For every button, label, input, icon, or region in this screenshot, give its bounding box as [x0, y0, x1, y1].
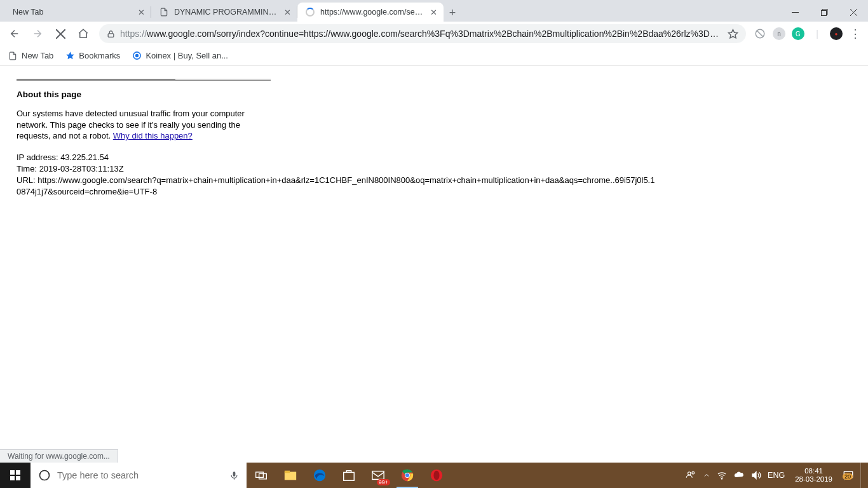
divider — [17, 80, 271, 81]
forward-button[interactable] — [27, 23, 48, 44]
stop-reload-button[interactable] — [50, 23, 71, 44]
address-bar[interactable]: https://www.google.com/sorry/index?conti… — [99, 24, 746, 43]
taskbar-search[interactable] — [31, 463, 247, 488]
svg-marker-8 — [728, 29, 737, 37]
extension-separator-icon: | — [808, 25, 826, 43]
new-tab-button[interactable]: + — [444, 4, 461, 22]
svg-rect-7 — [108, 33, 114, 36]
svg-rect-16 — [10, 476, 15, 480]
svg-rect-24 — [285, 471, 290, 473]
chrome-icon[interactable] — [393, 463, 422, 488]
svg-point-32 — [433, 471, 439, 480]
show-desktop-button[interactable] — [860, 463, 864, 488]
volume-icon[interactable] — [751, 470, 761, 480]
file-icon — [159, 7, 169, 17]
clock-date: 28-03-2019 — [795, 475, 832, 484]
extension-grammarly-icon[interactable]: G — [789, 25, 807, 43]
page-content: About this page Our systems have detecte… — [0, 66, 868, 210]
bookmark-bookmarks[interactable]: Bookmarks — [65, 51, 120, 61]
mic-icon[interactable] — [229, 471, 239, 480]
svg-point-34 — [692, 471, 695, 474]
close-icon[interactable]: ✕ — [430, 8, 437, 17]
why-link[interactable]: Why did this happen? — [113, 131, 193, 140]
bookmark-label: Koinex | Buy, Sell an... — [146, 51, 228, 60]
svg-point-18 — [40, 471, 50, 480]
opera-icon[interactable] — [422, 463, 451, 488]
about-body: Our systems have detected unusual traffi… — [17, 108, 252, 142]
close-icon[interactable]: ✕ — [284, 8, 291, 17]
svg-point-35 — [721, 478, 722, 479]
system-tray: ENG 08:41 28-03-2019 20 — [685, 463, 868, 488]
url-text: https://www.google.com/sorry/index?conti… — [120, 29, 722, 39]
window-controls — [780, 3, 868, 22]
tab-title: DYNAMIC PROGRAMMING UNIT — [174, 8, 280, 17]
koinex-icon — [132, 51, 142, 61]
maximize-button[interactable] — [810, 3, 839, 22]
start-button[interactable] — [0, 463, 31, 488]
profile-avatar-icon[interactable]: ● — [827, 25, 845, 43]
mail-badge: 99+ — [377, 479, 390, 485]
back-button[interactable] — [4, 23, 25, 44]
extension-icon[interactable]: n — [770, 25, 788, 43]
extension-noscript-icon[interactable] — [751, 25, 769, 43]
svg-marker-36 — [752, 472, 756, 479]
bookmark-new-tab[interactable]: New Tab — [8, 51, 53, 61]
diagnostic-info: IP address: 43.225.21.54 Time: 2019-03-2… — [17, 152, 658, 198]
language-indicator[interactable]: ENG — [768, 471, 785, 480]
svg-marker-11 — [66, 51, 74, 59]
bookmark-label: New Tab — [22, 51, 53, 60]
svg-rect-14 — [10, 470, 15, 475]
windows-taskbar: 99+ ENG 08:41 28-03-2019 20 — [0, 463, 868, 488]
wifi-icon[interactable] — [717, 470, 727, 480]
file-icon — [8, 51, 18, 61]
svg-rect-26 — [344, 472, 355, 480]
bookmark-koinex[interactable]: Koinex | Buy, Sell an... — [132, 51, 228, 61]
loading-spinner-icon — [305, 7, 315, 17]
tab-title: https://www.google.com/search? — [320, 8, 426, 17]
time-line: Time: 2019-03-28T03:11:13Z — [17, 163, 658, 175]
svg-rect-2 — [821, 10, 826, 15]
browser-toolbar: https://www.google.com/sorry/index?conti… — [0, 22, 868, 46]
ip-line: IP address: 43.225.21.54 — [17, 152, 658, 163]
chrome-menu-button[interactable]: ⋮ — [846, 25, 864, 43]
svg-line-10 — [757, 30, 764, 37]
people-icon[interactable] — [685, 470, 696, 481]
svg-rect-19 — [233, 471, 236, 477]
status-bar: Waiting for www.google.com... — [0, 449, 118, 463]
close-window-button[interactable] — [839, 3, 868, 22]
bookmark-star-icon[interactable] — [728, 29, 738, 39]
url-line: URL: https://www.google.com/search?q=mat… — [17, 175, 658, 198]
bookmarks-bar: New Tab Bookmarks Koinex | Buy, Sell an.… — [0, 46, 868, 66]
svg-rect-23 — [285, 472, 296, 480]
star-icon — [65, 51, 75, 61]
svg-rect-15 — [16, 470, 20, 475]
svg-rect-17 — [16, 476, 20, 480]
file-explorer-icon[interactable] — [276, 463, 305, 488]
tab-title: New Tab — [13, 8, 134, 17]
edge-icon[interactable] — [305, 463, 334, 488]
onedrive-icon[interactable] — [733, 470, 745, 481]
clock-time: 08:41 — [795, 467, 832, 475]
about-heading: About this page — [17, 90, 851, 99]
action-center-icon[interactable]: 20 — [843, 470, 854, 481]
store-icon[interactable] — [334, 463, 363, 488]
svg-rect-22 — [259, 474, 267, 479]
minimize-button[interactable] — [780, 3, 810, 22]
cortana-icon — [38, 469, 51, 482]
bookmark-label: Bookmarks — [79, 51, 120, 60]
clock[interactable]: 08:41 28-03-2019 — [791, 467, 836, 484]
tray-chevron-up-icon[interactable] — [703, 471, 710, 479]
tab-new-tab[interactable]: New Tab ✕ — [5, 3, 151, 22]
mail-icon[interactable]: 99+ — [363, 463, 393, 488]
tab-dynamic-programming[interactable]: DYNAMIC PROGRAMMING UNIT ✕ — [151, 3, 297, 22]
task-view-button[interactable] — [247, 463, 276, 488]
close-icon[interactable]: ✕ — [138, 8, 145, 17]
home-button[interactable] — [72, 23, 94, 44]
browser-tab-strip: New Tab ✕ DYNAMIC PROGRAMMING UNIT ✕ htt… — [0, 0, 868, 22]
search-input[interactable] — [57, 470, 223, 480]
lock-icon — [107, 30, 115, 38]
svg-point-30 — [405, 473, 409, 477]
notification-count-badge: 20 — [843, 473, 853, 480]
svg-point-33 — [688, 472, 691, 475]
tab-google-search[interactable]: https://www.google.com/search? ✕ — [297, 3, 444, 22]
